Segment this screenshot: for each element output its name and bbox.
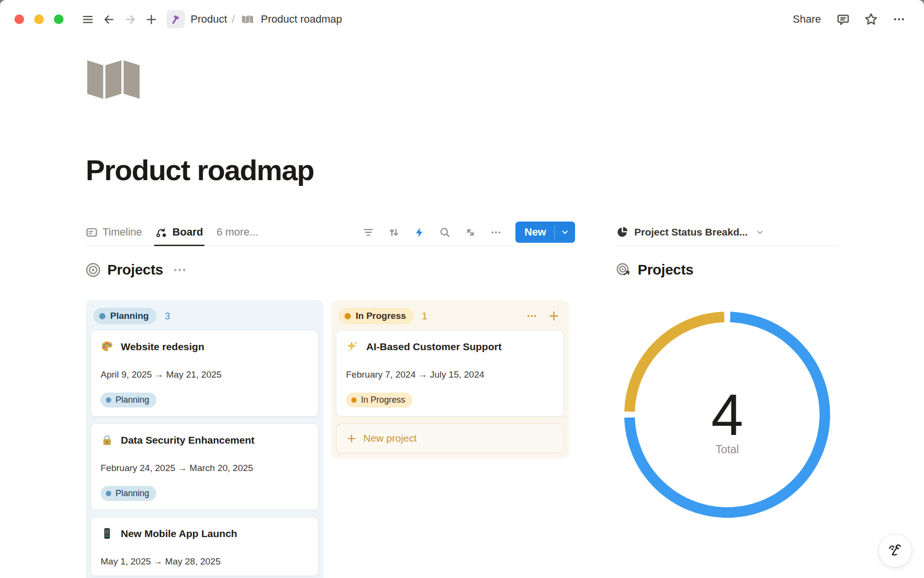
status-dot — [345, 313, 351, 319]
forward-arrow-icon — [124, 13, 137, 26]
breadcrumb-root-icon-box[interactable] — [167, 10, 185, 28]
project-card[interactable]: AI-Based Customer Support February 7, 20… — [336, 330, 564, 417]
mobile-phone-icon — [101, 527, 114, 540]
sidebar-toggle-button[interactable] — [77, 9, 98, 30]
page-title: Product roadmap — [86, 154, 838, 187]
card-title: AI-Based Customer Support — [366, 341, 501, 353]
expand-icon — [464, 226, 476, 238]
more-options-button[interactable] — [888, 9, 910, 30]
column-options-button[interactable] — [526, 310, 538, 322]
tab-label: Board — [172, 226, 203, 238]
project-card[interactable]: Website redesign April 9, 2025 → May 21,… — [90, 330, 319, 417]
sort-icon — [388, 226, 400, 238]
breadcrumb-separator: / — [232, 13, 235, 26]
column-in-progress: In Progress 1 — [331, 300, 569, 458]
project-card[interactable]: Data Security Enhancement February 24, 2… — [90, 423, 319, 510]
chart-view-title[interactable]: Project Status Breakd... — [634, 226, 748, 238]
status-donut-chart: 4 Total — [616, 309, 838, 521]
status-label: Planning — [110, 311, 149, 321]
status-badge[interactable]: In Progress — [339, 308, 414, 324]
card-dates: February 24, 2025 → March 20, 2025 — [101, 463, 308, 473]
search-icon — [439, 226, 451, 238]
card-dates: May 1, 2025 → May 28, 2025 — [101, 556, 308, 567]
comment-icon — [836, 13, 850, 26]
share-button[interactable]: Share — [788, 10, 826, 28]
card-title: New Mobile App Launch — [121, 528, 237, 539]
sparkles-icon — [346, 340, 359, 353]
collection-options-icon[interactable] — [173, 263, 188, 277]
window-titlebar: Product / Product roadmap Share — [0, 0, 924, 39]
ellipsis-icon — [892, 13, 906, 26]
collection-title[interactable]: Projects — [638, 262, 693, 278]
board-database-section: Timeline Board 6 more... — [86, 219, 575, 578]
tab-label: Timeline — [103, 226, 142, 238]
comments-button[interactable] — [833, 9, 854, 30]
search-button[interactable] — [439, 226, 451, 238]
minimize-window-button[interactable] — [34, 14, 44, 24]
zoom-window-button[interactable] — [54, 14, 64, 24]
favorite-button[interactable] — [860, 9, 882, 30]
view-toolbar — [362, 226, 502, 238]
status-badge[interactable]: Planning — [93, 308, 156, 324]
close-window-button[interactable] — [14, 14, 24, 24]
sort-button[interactable] — [388, 226, 400, 238]
status-badge: Planning — [101, 393, 156, 407]
lightning-icon — [413, 226, 425, 238]
column-count: 3 — [165, 311, 170, 322]
tab-more-views[interactable]: 6 more... — [217, 219, 258, 246]
automations-button[interactable] — [413, 226, 426, 238]
expand-view-button[interactable] — [464, 226, 477, 238]
card-title: Website redesign — [121, 341, 205, 353]
tab-timeline[interactable]: Timeline — [86, 219, 142, 246]
column-header: In Progress 1 — [336, 304, 564, 330]
board-collection-heading: Projects — [86, 259, 575, 281]
map-icon — [242, 14, 254, 25]
project-card[interactable]: New Mobile App Launch May 1, 2025 → May … — [90, 517, 319, 576]
chart-collection-heading: Projects — [616, 259, 838, 281]
donut-total-label: Total — [716, 443, 739, 456]
chevron-down-icon[interactable] — [755, 227, 765, 237]
plus-icon — [346, 433, 357, 444]
filter-button[interactable] — [362, 226, 375, 238]
card-title: Data Security Enhancement — [121, 434, 255, 446]
column-header: Planning 3 — [90, 304, 319, 330]
timeline-icon — [86, 226, 98, 238]
donut-total-value: 4 — [711, 382, 744, 447]
status-badge: Planning — [101, 486, 156, 501]
tab-board[interactable]: Board — [155, 219, 203, 246]
view-options-button[interactable] — [490, 226, 502, 238]
chart-database-section: Project Status Breakd... Projects — [616, 219, 838, 578]
kanban-board: Planning 3 Website redesign — [86, 300, 575, 578]
new-button-dropdown[interactable] — [555, 222, 575, 243]
target-arrow-icon — [616, 263, 631, 277]
new-project-button[interactable]: New project — [336, 423, 564, 453]
card-dates: February 7, 2024 → July 15, 2024 — [346, 369, 554, 380]
hamburger-icon — [81, 13, 94, 26]
palette-icon — [101, 340, 114, 353]
target-icon — [86, 263, 101, 277]
plus-icon — [145, 13, 158, 26]
status-dot — [99, 313, 105, 319]
new-project-label: New project — [363, 433, 417, 444]
new-button[interactable]: New — [515, 222, 554, 243]
ellipsis-icon — [490, 226, 502, 238]
app-window: Product / Product roadmap Share — [0, 0, 924, 578]
status-badge: In Progress — [346, 393, 412, 407]
view-tabs-bar: Timeline Board 6 more... — [86, 219, 575, 246]
plus-icon — [548, 310, 560, 322]
breadcrumb-current[interactable]: Product roadmap — [258, 11, 345, 27]
notion-ai-button[interactable] — [878, 534, 912, 567]
new-page-button[interactable] — [141, 9, 162, 30]
column-count: 1 — [422, 311, 427, 322]
ellipsis-icon — [526, 310, 538, 322]
chart-view-bar: Project Status Breakd... — [616, 219, 838, 246]
back-button[interactable] — [98, 9, 119, 30]
forward-button[interactable] — [119, 9, 141, 30]
page-icon[interactable] — [86, 56, 145, 101]
map-icon — [86, 56, 145, 101]
collection-title[interactable]: Projects — [107, 262, 163, 278]
tab-label: 6 more... — [217, 226, 258, 238]
card-dates: April 9, 2025 → May 21, 2025 — [101, 369, 308, 380]
column-add-card-button[interactable] — [548, 310, 560, 322]
breadcrumb-root[interactable]: Product — [188, 11, 230, 27]
